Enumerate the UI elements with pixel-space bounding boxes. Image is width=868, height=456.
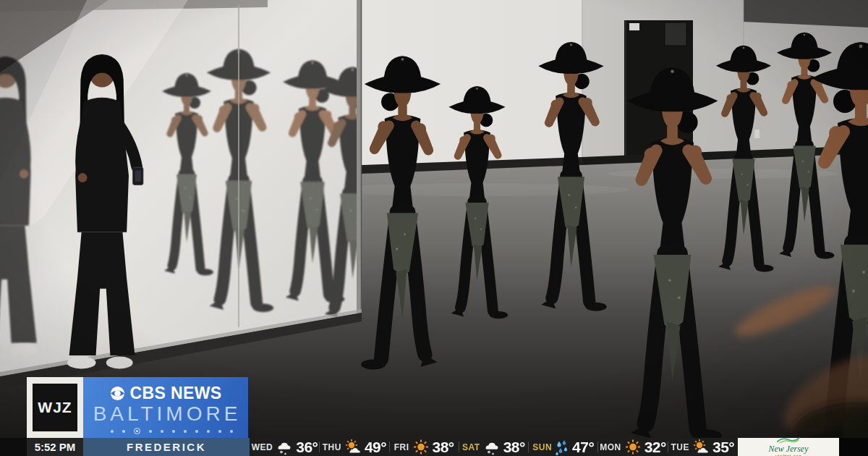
forecast-day: THU 49° xyxy=(320,439,388,456)
forecast-day: WED 36° xyxy=(251,439,318,456)
nj-wave-icon xyxy=(776,436,801,444)
network-name: CBS NEWS xyxy=(129,384,221,403)
ticker-divider xyxy=(459,442,459,452)
pagination-dot xyxy=(218,430,221,433)
forecast-day: FRI 38° xyxy=(391,439,458,456)
ticker-divider xyxy=(319,442,320,452)
sponsor-name: New Jersey xyxy=(769,444,809,453)
sun-cloud-icon xyxy=(692,439,710,455)
forecast-temp: 47° xyxy=(572,439,594,456)
forecast-temp: 32° xyxy=(644,439,666,456)
ticker-divider xyxy=(528,442,529,452)
pagination-dots xyxy=(99,428,233,434)
sponsor-url: visitnj.org xyxy=(775,454,802,456)
pagination-dot xyxy=(122,430,125,433)
pagination-dot xyxy=(207,430,210,433)
sponsor-box: New Jersey visitnj.org xyxy=(738,438,839,456)
ticker-divider xyxy=(389,442,390,452)
forecast-day: TUE 35° xyxy=(669,439,736,456)
clock: 5:52 PM xyxy=(27,438,83,456)
forecast-day: SAT 38° xyxy=(460,439,527,456)
pagination-dot xyxy=(149,430,152,433)
forecast-temp: 38° xyxy=(503,439,525,456)
forecast-day-label: SUN xyxy=(532,442,552,452)
market-name: BALTIMORE xyxy=(93,404,242,424)
pagination-dot xyxy=(230,430,233,433)
cbs-news-panel: CBS NEWS BALTIMORE xyxy=(83,377,248,438)
sun-cloud-icon xyxy=(344,439,362,455)
forecast-day-label: MON xyxy=(600,442,621,452)
forecast-day-label: TUE xyxy=(671,442,689,452)
ticker-divider xyxy=(668,442,668,452)
pagination-dot xyxy=(111,430,114,433)
strip-spacer-right xyxy=(839,438,868,456)
forecast-day-label: SAT xyxy=(462,442,480,452)
strip-spacer-left xyxy=(0,438,27,456)
current-time: 5:52 PM xyxy=(35,441,76,453)
station-call-sign: WJZ xyxy=(38,399,72,416)
rain-icon xyxy=(555,439,569,455)
snow-cloud-icon xyxy=(483,439,501,455)
forecast-temp: 38° xyxy=(433,439,454,456)
snow-cloud-icon xyxy=(276,439,293,455)
forecast-day-label: FRI xyxy=(394,442,409,452)
forecast-day: MON 32° xyxy=(599,439,666,456)
pagination-dot xyxy=(161,430,163,433)
forecast-day: SUN 47° xyxy=(529,439,597,456)
pagination-dot-active xyxy=(134,428,140,434)
ticker-divider xyxy=(597,442,598,452)
forecast-temp: 35° xyxy=(712,439,734,456)
news-video-frame: WJZ CBS NEWS BALTIMORE xyxy=(0,0,868,456)
weather-ticker: WED 36° THU xyxy=(250,438,738,456)
wjz-logo: WJZ xyxy=(33,384,77,431)
location-label: FREDERICK xyxy=(127,441,206,453)
cbs-eye-icon xyxy=(109,385,126,402)
lower-third-strip: 5:52 PM FREDERICK WED xyxy=(0,438,868,456)
forecast-day-label: THU xyxy=(323,442,341,452)
forecast-temp: 36° xyxy=(296,439,318,456)
pagination-dot xyxy=(184,430,187,433)
pagination-dot xyxy=(195,430,198,433)
forecast-day-label: WED xyxy=(252,442,273,452)
station-logo-box: WJZ xyxy=(27,377,83,438)
forecast-temp: 49° xyxy=(365,439,386,456)
sun-icon xyxy=(624,439,642,455)
pagination-dot xyxy=(172,430,175,433)
sun-icon xyxy=(412,439,430,455)
location-bar: FREDERICK xyxy=(83,438,250,456)
